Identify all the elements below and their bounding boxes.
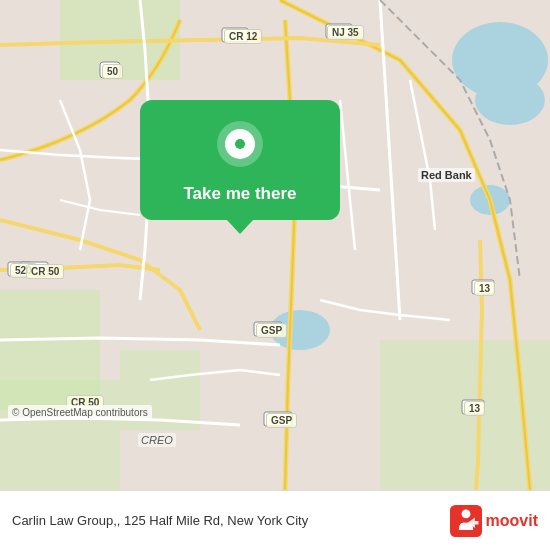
- map-label-red-bank: Red Bank: [418, 168, 475, 182]
- popup-label: Take me there: [167, 174, 312, 220]
- pin-area: [210, 114, 270, 174]
- pin-dot: [235, 139, 245, 149]
- map-label-cr50-upper: CR 50: [26, 264, 64, 279]
- map-label-creo: CREO: [138, 433, 176, 447]
- svg-rect-6: [0, 290, 100, 410]
- svg-point-3: [470, 185, 510, 215]
- map-label-13-lower: 13: [464, 401, 485, 416]
- info-bar: Carlin Law Group,, 125 Half Mile Rd, New…: [0, 490, 550, 550]
- map-label-route50: 50: [102, 64, 123, 79]
- svg-point-20: [461, 509, 470, 518]
- map-label-cr12: CR 12: [224, 29, 262, 44]
- moovit-logo[interactable]: moovit: [450, 505, 538, 537]
- location-popup[interactable]: Take me there: [140, 100, 340, 220]
- map-label-nj35: NJ 35: [327, 25, 364, 40]
- moovit-text: moovit: [486, 512, 538, 530]
- map-container: Red Bank 50 CR 12 NJ 35 520 CR 50 CR 50 …: [0, 0, 550, 490]
- osm-attribution: © OpenStreetMap contributors: [8, 405, 152, 420]
- map-label-gsp-lower: GSP: [266, 413, 297, 428]
- map-label-gsp-upper: GSP: [256, 323, 287, 338]
- location-text: Carlin Law Group,, 125 Half Mile Rd, New…: [12, 513, 450, 528]
- pin-outer-ring: [217, 121, 263, 167]
- pin-inner-ring: [225, 129, 255, 159]
- svg-point-2: [475, 75, 545, 125]
- svg-point-1: [452, 22, 548, 98]
- map-label-13-upper: 13: [474, 281, 495, 296]
- moovit-icon: [450, 505, 482, 537]
